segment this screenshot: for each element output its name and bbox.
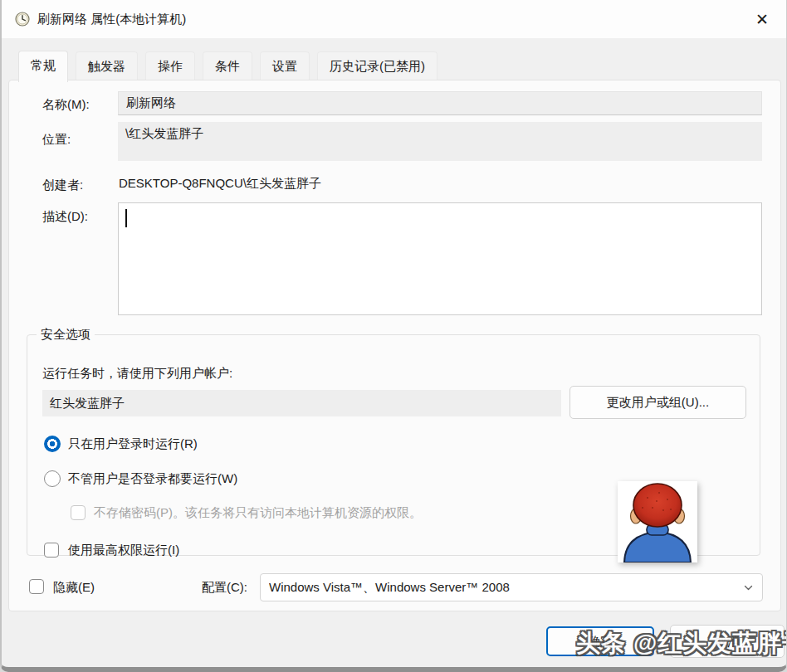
configure-for-label: 配置(C): <box>202 580 247 596</box>
configure-for-dropdown[interactable]: Windows Vista™、Windows Server™ 2008 <box>260 573 763 601</box>
radio-run-only-when-logged-on[interactable] <box>44 436 61 452</box>
tab-strip: 常规 触发器 操作 条件 设置 历史记录(已禁用) <box>2 38 786 80</box>
task-name-value: 刷新网络 <box>126 95 176 111</box>
author-value: DESKTOP-Q8FNQCU\红头发蓝胖子 <box>119 176 321 192</box>
checkbox-hidden-label[interactable]: 隐藏(E) <box>53 580 95 596</box>
tab-actions[interactable]: 操作 <box>145 51 195 80</box>
task-location-field: \红头发蓝胖子 <box>118 122 762 161</box>
tab-history-disabled[interactable]: 历史记录(已禁用) <box>317 51 437 80</box>
task-location-value: \红头发蓝胖子 <box>125 126 203 140</box>
change-user-or-group-button[interactable]: 更改用户或组(U)... <box>569 386 746 419</box>
checkbox-do-not-store-password <box>71 505 86 520</box>
text-caret <box>125 209 127 227</box>
checkbox-run-highest-privileges-label[interactable]: 使用最高权限运行(I) <box>68 543 179 558</box>
checkbox-do-not-store-password-label: 不存储密码(P)。该任务将只有访问本地计算机资源的权限。 <box>94 505 422 521</box>
chevron-down-icon <box>743 582 754 593</box>
run-as-account-value: 红头发蓝胖子 <box>50 396 125 411</box>
radio-run-whether-logged-on-label[interactable]: 不管用户是否登录都要运行(W) <box>68 471 237 487</box>
author-label: 创建者: <box>42 178 83 193</box>
avatar-person-back-view <box>618 481 697 562</box>
tab-conditions[interactable]: 条件 <box>203 51 252 80</box>
avatar <box>618 481 697 562</box>
task-name-field[interactable]: 刷新网络 <box>118 91 762 115</box>
tab-general[interactable]: 常规 <box>18 51 68 82</box>
security-options-title: 安全选项 <box>37 327 95 343</box>
radio-run-only-when-logged-on-label[interactable]: 只在用户登录时运行(R) <box>68 436 198 452</box>
checkbox-run-highest-privileges[interactable] <box>44 543 59 558</box>
task-scheduler-clock-icon <box>15 12 30 27</box>
title-bar: 刷新网络 属性(本地计算机) ✕ <box>2 0 786 38</box>
description-textarea[interactable] <box>118 202 762 315</box>
checkbox-hidden[interactable] <box>29 579 44 594</box>
account-hint: 运行任务时，请使用下列用户帐户: <box>42 366 232 382</box>
location-label: 位置: <box>42 132 71 148</box>
watermark-text: 头条 @红头发蓝胖子 <box>576 627 787 660</box>
tab-settings[interactable]: 设置 <box>260 51 310 80</box>
task-properties-dialog: 刷新网络 属性(本地计算机) ✕ 常规 触发器 操作 条件 设置 历史记录(已禁… <box>0 0 787 672</box>
run-as-account-field: 红头发蓝胖子 <box>42 390 561 416</box>
configure-for-value: Windows Vista™、Windows Server™ 2008 <box>269 580 743 596</box>
window-title: 刷新网络 属性(本地计算机) <box>37 12 186 27</box>
name-label: 名称(M): <box>42 97 90 113</box>
tab-triggers[interactable]: 触发器 <box>76 51 138 80</box>
radio-run-whether-logged-on[interactable] <box>44 470 61 487</box>
description-label: 描述(D): <box>42 209 88 225</box>
close-icon[interactable]: ✕ <box>748 7 776 32</box>
